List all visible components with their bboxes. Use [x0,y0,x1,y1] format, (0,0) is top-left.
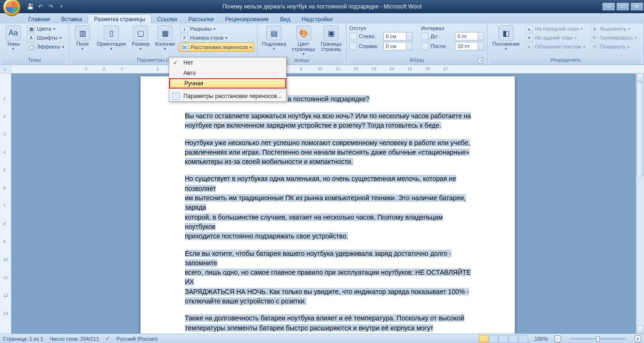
palette-icon: ▦ [27,25,35,33]
indent-right-icon [349,42,357,50]
menu-separator [182,90,285,90]
page-color-icon: 🎨 [296,25,311,41]
status-bar: Страница: 1 из 1 Число слов: 204/211 ✓ Р… [0,334,644,343]
tab-mailings[interactable]: Рассылки [182,15,219,24]
tab-addins[interactable]: Надстройки [296,15,339,24]
page-borders-button[interactable]: ▣Границы страниц [319,24,343,53]
bring-front-icon: ▲ [525,25,533,33]
font-icon: A [27,34,35,41]
ribbon: Aa Темы ▾ ▦Цвета▾ AШрифты▾ ◯Эффекты▾ Тем… [0,24,644,65]
status-proofing-icon[interactable]: ✓ [106,335,110,342]
columns-button[interactable]: ▦Колонки▾ [153,24,177,52]
page-color-button[interactable]: 🎨Цвет страницы▾ [290,24,317,57]
rotate-icon: ⟳ [591,43,598,50]
theme-fonts-button[interactable]: AШрифты▾ [25,33,66,42]
document-page[interactable]: а постоянной подзарядке? Вы часто оставл… [140,76,515,334]
themes-button[interactable]: Aa Темы ▾ [3,24,24,52]
title-bar: 💾 ↶ ↷ ▾ Почему нельзя держать ноутбук на… [0,0,644,13]
margins-icon: ▥ [75,25,90,41]
line-numbers-button[interactable]: #Номера строк▾ [179,33,254,42]
view-draft[interactable] [519,335,528,343]
hyphenation-options[interactable]: Параметры расстановки переносов... [169,91,286,101]
position-icon: ◧ [498,25,513,41]
indent-left-icon [349,33,357,40]
scroll-thumb[interactable] [637,82,644,176]
status-word-count[interactable]: Число слов: 204/211 [50,336,99,342]
view-outline[interactable] [509,335,518,343]
spacing-after-icon [421,42,429,50]
status-language[interactable]: Русский (Россия) [116,336,157,342]
quick-access-toolbar: 💾 ↶ ↷ ▾ [25,2,66,11]
group-icon: ⧉ [591,34,598,41]
hyphenation-manual[interactable]: Ручная [169,78,286,89]
group-arrange: ◧Положение▾ ▲На передний план▾ ▼На задни… [487,24,644,65]
scrollbar-vertical[interactable] [636,74,644,334]
qat-customize-icon[interactable]: ▾ [57,2,66,11]
page-area[interactable]: а постоянной подзарядке? Вы часто оставл… [11,74,644,334]
view-buttons [479,335,528,343]
spacing-before-input[interactable]: 0 пт [455,32,484,41]
zoom-slider[interactable] [570,338,626,340]
text-wrap-button: ≋Обтекание текстом▾ [523,42,587,51]
position-button[interactable]: ◧Положение▾ [490,24,521,52]
view-print-layout[interactable] [479,335,488,343]
tab-home[interactable]: Главная [23,15,56,24]
tab-page-layout[interactable]: Разметка страницы [88,14,151,24]
ruler-tab-selector[interactable]: L [0,65,11,73]
indent-right-input[interactable]: 0 см [383,42,413,50]
doc-paragraph: Но существует в ноутбуках одна маленькая… [185,174,472,241]
size-button[interactable]: ▢Размер▾ [130,24,151,52]
qat-undo-icon[interactable]: ↶ [36,2,45,11]
orientation-icon: ▯ [104,25,119,41]
office-button[interactable] [3,0,21,16]
dialog-launcher-icon[interactable]: ↘ [478,57,483,63]
doc-paragraph: Также на долговечность батареи ноутбука … [185,313,472,334]
effects-icon: ◯ [27,43,35,50]
ribbon-tabs: Главная Вставка Разметка страницы Ссылки… [0,13,644,24]
close-button[interactable]: ✕ [630,2,644,11]
indent-label: Отступ [349,25,413,31]
theme-effects-button[interactable]: ◯Эффекты▾ [25,42,66,51]
group-paragraph: Отступ Слева:0 см Справа:0 см Интервал Д… [347,24,487,65]
breaks-icon: ⤓ [181,25,188,33]
tab-view[interactable]: Вид [274,15,296,24]
theme-colors-button[interactable]: ▦Цвета▾ [25,24,66,33]
status-page[interactable]: Страница: 1 из 1 [3,336,43,342]
align-button: ⊞Выровнять▾ [589,24,639,33]
zoom-slider-thumb[interactable] [596,336,600,342]
columns-icon: ▦ [157,25,173,41]
minimize-button[interactable]: — [602,2,615,11]
qat-redo-icon[interactable]: ↷ [46,2,56,11]
qat-save-icon[interactable]: 💾 [25,2,35,11]
check-icon: ✓ [173,59,178,66]
watermark-button[interactable]: ▤Подложка▾ [260,24,288,52]
doc-paragraph: Если вы хотите, чтобы батарея вашего ноу… [185,249,472,306]
tab-references[interactable]: Ссылки [151,15,182,24]
page-borders-icon: ▣ [323,25,339,41]
doc-paragraph: Ноутбуки уже несколько лет успешно помог… [185,138,472,167]
view-full-screen[interactable] [489,335,498,343]
zoom-out-button[interactable]: − [554,335,561,342]
indent-left-input[interactable]: 0 см [383,32,413,41]
tab-review[interactable]: Рецензирование [219,15,274,24]
orientation-button[interactable]: ▯Ориентация▾ [95,24,128,52]
align-icon: ⊞ [591,25,598,33]
chevron-down-icon: ▾ [12,47,14,51]
margins-button[interactable]: ▥Поля▾ [72,24,93,52]
options-icon [172,92,180,100]
maximize-button[interactable]: ▭ [616,2,629,11]
tab-insert[interactable]: Вставка [56,15,88,24]
zoom-level[interactable]: 100% [535,336,548,342]
view-web-layout[interactable] [499,335,508,343]
hyphenation-none[interactable]: ✓Нет [169,57,286,68]
watermark-icon: ▤ [266,25,281,41]
spacing-after-input[interactable]: 10 пт [455,42,484,50]
group-label-paragraph: Абзац↘ [349,57,484,65]
send-back-button: ▼На задний план▾ [523,33,587,42]
hyphenation-auto[interactable]: Авто [169,68,286,78]
size-icon: ▢ [133,25,148,41]
hyphenation-button[interactable]: bcРасстановка переносов▾ [179,42,254,52]
breaks-button[interactable]: ⤓Разрывы▾ [179,24,254,33]
zoom-in-button[interactable]: + [635,335,641,342]
text-wrap-icon: ≋ [525,43,533,50]
